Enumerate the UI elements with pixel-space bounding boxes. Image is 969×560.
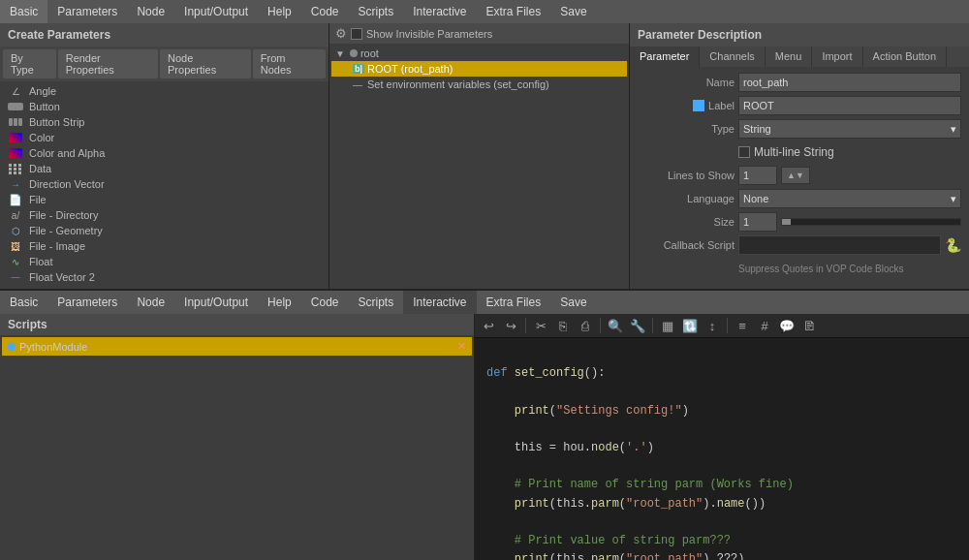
- tools-button[interactable]: 🔧: [628, 316, 647, 335]
- bottom-menu-basic[interactable]: Basic: [0, 291, 47, 314]
- script-icon: —: [353, 79, 362, 90]
- lines-input[interactable]: [738, 166, 777, 185]
- tab-from-nodes[interactable]: From Nodes: [253, 49, 326, 78]
- list-item[interactable]: ∿ Float: [2, 254, 327, 269]
- menu-parameters[interactable]: Parameters: [47, 0, 127, 23]
- sort-button[interactable]: ↕: [703, 316, 722, 335]
- list-item[interactable]: Button Strip: [2, 114, 327, 130]
- tab-action-button[interactable]: Action Button: [863, 47, 947, 67]
- list-item[interactable]: Color: [2, 130, 327, 145]
- tree-item-label: ROOT (root_path): [367, 63, 453, 75]
- code-panel: ↩ ↪ ✂ ⎘ ⎙ 🔍 🔧 ▦ 🔃 ↕ ≡ # 💬 🖹: [475, 314, 969, 560]
- menu-inputoutput[interactable]: Input/Output: [174, 0, 258, 23]
- comment-button[interactable]: 💬: [777, 316, 797, 335]
- undo-button[interactable]: ↩: [479, 316, 498, 335]
- code-line: this = hou.node('.'): [486, 439, 957, 457]
- tab-node-properties[interactable]: Node Properties: [160, 49, 251, 78]
- type-row: Type String ▾: [638, 119, 961, 139]
- list-item[interactable]: 📄 File: [2, 192, 327, 207]
- script-item-pythonmodule[interactable]: PythonModule ✕: [2, 337, 472, 356]
- bottom-menu-node[interactable]: Node: [127, 291, 174, 314]
- scripts-list: PythonModule ✕: [0, 335, 474, 560]
- callback-input[interactable]: [738, 235, 941, 255]
- tree-item-set-config[interactable]: — Set environment variables (set_config): [331, 77, 627, 92]
- cut-button[interactable]: ✂: [531, 316, 550, 335]
- code-line: print("Settings config!"): [486, 402, 957, 420]
- label-input[interactable]: [738, 96, 961, 115]
- paste-button[interactable]: ⎙: [576, 316, 595, 335]
- script-close-button[interactable]: ✕: [457, 340, 466, 353]
- menu-basic[interactable]: Basic: [0, 0, 47, 23]
- menu-interactive[interactable]: Interactive: [403, 0, 476, 23]
- bottom-menu-save[interactable]: Save: [550, 291, 596, 314]
- multiline-checkbox[interactable]: [738, 146, 750, 158]
- show-invisible-label: Show Invisible Parameters: [366, 28, 492, 40]
- copy-button[interactable]: ⎘: [553, 316, 573, 335]
- list-item[interactable]: ⬡ File - Geometry: [2, 223, 327, 238]
- script-item-label: PythonModule: [19, 341, 87, 353]
- bottom-menu-interactive[interactable]: Interactive: [403, 291, 476, 314]
- label-checkbox[interactable]: [693, 100, 704, 111]
- redo-button[interactable]: ↪: [501, 316, 520, 335]
- tab-parameter[interactable]: Parameter: [630, 47, 700, 67]
- angle-icon: ∠: [6, 85, 25, 97]
- bottom-menu-help[interactable]: Help: [258, 291, 301, 314]
- size-input[interactable]: [738, 212, 777, 232]
- search-button[interactable]: 🔍: [606, 316, 625, 335]
- code-line: print(this.parm("root_path").name()): [486, 495, 957, 513]
- bottom-menu-parameters[interactable]: Parameters: [47, 291, 127, 314]
- hash-button[interactable]: #: [755, 316, 774, 335]
- parameter-description-header: Parameter Description: [630, 23, 969, 47]
- lines-spin-icon[interactable]: ▲▼: [781, 167, 810, 184]
- tab-menu[interactable]: Menu: [766, 47, 813, 67]
- tab-by-type[interactable]: By Type: [3, 49, 56, 78]
- list-item[interactable]: — Float Vector 2: [2, 269, 327, 285]
- list-item[interactable]: Color and Alpha: [2, 145, 327, 161]
- menu-extrafiles[interactable]: Extra Files: [477, 0, 551, 23]
- param-label: Float Vector 3: [29, 287, 95, 289]
- tab-channels[interactable]: Channels: [700, 47, 765, 67]
- gear-icon[interactable]: ⚙: [335, 26, 347, 41]
- list-item[interactable]: Button: [2, 99, 327, 114]
- menu-node[interactable]: Node: [127, 0, 174, 23]
- list-item[interactable]: — Float Vector 3: [2, 285, 327, 289]
- param-label: Direction Vector: [29, 178, 105, 190]
- param-label: Data: [29, 163, 51, 174]
- bottom-menu-code[interactable]: Code: [301, 291, 349, 314]
- format-button[interactable]: 🔃: [680, 316, 700, 335]
- bottom-menu-extrafiles[interactable]: Extra Files: [477, 291, 551, 314]
- list-item[interactable]: 🖼 File - Image: [2, 238, 327, 254]
- tree-item-root-path[interactable]: b| ROOT (root_path): [331, 61, 627, 77]
- type-value: String: [743, 123, 771, 135]
- menu-save[interactable]: Save: [550, 0, 596, 23]
- list-item[interactable]: Data: [2, 161, 327, 176]
- bottom-menu-scripts[interactable]: Scripts: [348, 291, 403, 314]
- create-parameters-tabs: By Type Render Properties Node Propertie…: [0, 47, 328, 81]
- python-icon[interactable]: 🐍: [945, 237, 961, 253]
- size-slider[interactable]: [781, 218, 961, 226]
- bottom-menu-inputoutput[interactable]: Input/Output: [174, 291, 258, 314]
- menu-code[interactable]: Code: [301, 0, 349, 23]
- help-code-button[interactable]: 🖹: [799, 316, 819, 335]
- tree-area: ▼ root b| ROOT (root_path) — Set environ…: [329, 44, 629, 289]
- list-item[interactable]: a/ File - Directory: [2, 207, 327, 223]
- menu-help[interactable]: Help: [258, 0, 301, 23]
- param-type-list: ∠ Angle Button Button Strip Color: [0, 81, 328, 289]
- data-icon: [6, 163, 25, 174]
- param-form: Name Label Type String ▾: [630, 67, 969, 284]
- menu-scripts[interactable]: Scripts: [348, 0, 403, 23]
- tree-item-root[interactable]: ▼ root: [331, 46, 627, 61]
- menu-button[interactable]: ≡: [733, 316, 752, 335]
- tab-import[interactable]: Import: [812, 47, 862, 67]
- direction-vector-icon: →: [6, 178, 25, 190]
- language-select[interactable]: None ▾: [738, 189, 961, 208]
- indent-button[interactable]: ▦: [658, 316, 677, 335]
- list-item[interactable]: → Direction Vector: [2, 176, 327, 192]
- code-content[interactable]: def set_config(): print("Settings config…: [475, 338, 969, 560]
- type-select[interactable]: String ▾: [738, 119, 961, 139]
- name-input[interactable]: [738, 73, 961, 92]
- top-menu-bar: Basic Parameters Node Input/Output Help …: [0, 0, 969, 23]
- list-item[interactable]: ∠ Angle: [2, 83, 327, 99]
- tab-render-properties[interactable]: Render Properties: [58, 49, 158, 78]
- show-invisible-checkbox[interactable]: [351, 28, 362, 40]
